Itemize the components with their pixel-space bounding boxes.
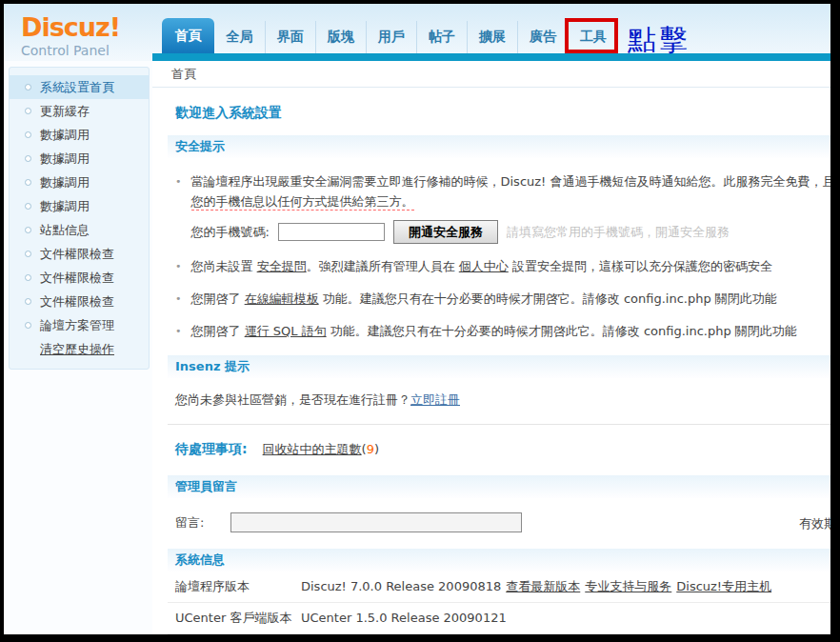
tab-interface[interactable]: 界面 — [265, 21, 315, 53]
radio-dot-icon — [25, 108, 31, 114]
personal-center-link[interactable]: 個人中心 — [459, 259, 509, 273]
logo-subtitle: Control Panel — [21, 43, 152, 58]
tab-forums[interactable]: 版塊 — [315, 21, 366, 53]
sidebar-item-data-call-3[interactable]: 數據調用 — [10, 171, 149, 194]
run-sql-link[interactable]: 運行 SQL 語句 — [245, 324, 327, 338]
recycle-count-value: 9 — [367, 442, 374, 456]
row-label: 論壇程序版本 — [175, 579, 301, 594]
discuz-admin-app: Discuz! Control Panel 首頁 全局 界面 版塊 用戶 帖子 … — [4, 4, 830, 634]
sidebar-item-label: 文件權限檢查 — [40, 270, 114, 287]
text-segment: 功能。建議您只有在十分必要的時候才開啓此它。請修改 config.inc.php… — [327, 324, 797, 338]
sidebar-item-update-cache[interactable]: 更新緩存 — [10, 99, 149, 123]
content-column: 首頁 歡迎進入系統設置 安全提示 • 當論壇程序出現嚴重安全漏洞需要立即進行修補… — [152, 61, 830, 634]
open-security-service-button[interactable]: 開通安全服務 — [393, 220, 498, 244]
tab-ads[interactable]: 廣告 — [517, 21, 568, 53]
breadcrumb: 首頁 — [152, 61, 830, 88]
tab-posts[interactable]: 帖子 — [416, 21, 467, 53]
validity-label: 有效期 — [799, 515, 830, 532]
sidebar-item-label: 數據調用 — [40, 127, 90, 144]
row-value: UCenter 1.5.0 Release 20090121 — [301, 611, 507, 626]
text-segment: 。強烈建議所有管理人員在 — [307, 259, 459, 273]
bullet-text: 您尚未設置 安全提問。強烈建議所有管理人員在 個人中心 設置安全提問，這樣可以充… — [191, 256, 772, 276]
sidebar-item-file-perm-2[interactable]: 文件權限檢查 — [10, 266, 149, 290]
security-question-link[interactable]: 安全提問 — [257, 259, 307, 273]
row-value: Discuz! 7.0.0 Release 20090818查看最新版本专业支持… — [301, 579, 771, 594]
text-segment: 您尚未參與社區營銷，是否現在進行註冊？ — [175, 392, 410, 407]
sidebar-item-label: 文件權限檢查 — [40, 293, 114, 311]
table-row: UCenter 客戶端版本 UCenter 1.5.0 Release 2009… — [168, 602, 830, 633]
tabs: 首頁 全局 界面 版塊 用戶 帖子 擴展 廣告 工具 — [152, 4, 830, 53]
radio-dot-icon — [25, 179, 31, 186]
online-template-link[interactable]: 在線編輯模板 — [245, 291, 319, 306]
text-segment: 您開啓了 — [191, 324, 245, 338]
table-row: 操作系統及 PHP Linux / PHP v5.2.6 Safe Mode — [168, 633, 830, 634]
recycle-bin-topics-link[interactable]: 回收站中的主題數 — [263, 442, 362, 456]
sidebar-item-data-call-4[interactable]: 數據調用 — [10, 194, 149, 218]
section-security-header: 安全提示 — [168, 135, 830, 158]
message-label: 留言: — [175, 514, 204, 532]
message-input[interactable] — [230, 512, 522, 532]
radio-dot-icon — [25, 155, 31, 162]
sms-notice-line1: 當論壇程序出現嚴重安全漏洞需要立即進行修補的時候，Discuz! 會通過手機短信… — [191, 171, 831, 191]
tab-bar: 首頁 全局 界面 版塊 用戶 帖子 擴展 廣告 工具 點擊 — [152, 4, 830, 61]
phone-label: 您的手機號碼: — [191, 222, 270, 242]
security-bullet-question: • 您尚未設置 安全提問。強烈建議所有管理人員在 個人中心 設置安全提問，這樣可… — [175, 256, 830, 276]
version-text: Discuz! 7.0.0 Release 20090818 — [301, 579, 501, 593]
sidebar-item-file-perm-3[interactable]: 文件權限檢查 — [10, 290, 149, 313]
phone-input[interactable] — [278, 223, 385, 241]
sidebar-item-clear-history[interactable]: 清空歷史操作 — [10, 337, 149, 361]
table-row: 論壇程序版本 Discuz! 7.0.0 Release 20090818查看最… — [168, 572, 830, 602]
window-frame: Discuz! Control Panel 首頁 全局 界面 版塊 用戶 帖子 … — [0, 0, 840, 642]
section-system-info-header: 系統信息 — [168, 549, 830, 572]
sidebar: 系統設置首頁 更新緩存 數據調用 數據調用 數據調用 數據調用 站點信息 文件權… — [4, 61, 152, 634]
main: 系統設置首頁 更新緩存 數據調用 數據調用 數據調用 數據調用 站點信息 文件權… — [4, 61, 830, 634]
dedicated-host-link[interactable]: Discuz!专用主机 — [676, 579, 771, 593]
bullet-icon: • — [175, 171, 182, 244]
sidebar-item-file-perm-1[interactable]: 文件權限檢查 — [10, 242, 149, 266]
tab-users[interactable]: 用戶 — [366, 21, 416, 53]
sidebar-item-system-home[interactable]: 系統設置首頁 — [10, 75, 149, 99]
pro-support-link[interactable]: 专业支持与服务 — [585, 579, 671, 593]
tab-extensions[interactable]: 擴展 — [467, 21, 517, 53]
radio-dot-icon — [25, 203, 31, 210]
header: Discuz! Control Panel 首頁 全局 界面 版塊 用戶 帖子 … — [4, 4, 830, 61]
sidebar-item-label: 更新緩存 — [40, 103, 90, 120]
register-now-link[interactable]: 立即註冊 — [410, 392, 460, 407]
tab-tools[interactable]: 工具 — [568, 21, 618, 53]
text-segment: 您尚未設置 — [191, 259, 257, 273]
logo-title: Discuz! — [21, 13, 152, 42]
check-latest-version-link[interactable]: 查看最新版本 — [506, 579, 580, 593]
bullet-text: 您開啓了 運行 SQL 語句 功能。建議您只有在十分必要的時候才開啓此它。請修改… — [191, 321, 797, 341]
security-bullet-sql: • 您開啓了 運行 SQL 語句 功能。建議您只有在十分必要的時候才開啓此它。請… — [175, 321, 830, 341]
sidebar-item-site-info[interactable]: 站點信息 — [10, 218, 149, 242]
system-info-table: 論壇程序版本 Discuz! 7.0.0 Release 20090818查看最… — [168, 572, 830, 634]
sidebar-item-forum-scheme[interactable]: 論壇方案管理 — [10, 313, 149, 337]
paren: ) — [374, 442, 379, 456]
sidebar-item-data-call-2[interactable]: 數據調用 — [10, 147, 149, 171]
text-segment: 設置安全提問，這樣可以充分保護您的密碼安全 — [509, 259, 772, 273]
radio-dot-icon — [25, 227, 31, 233]
sms-notice-line2: 您的手機信息以任何方式提供給第三方。 — [191, 191, 831, 211]
text-segment: 功能。建議您只有在十分必要的時候才開啓它。請修改 config.inc.php … — [319, 291, 777, 306]
section-insenz-header: Insenz 提示 — [168, 355, 830, 378]
sidebar-item-label: 清空歷史操作 — [40, 341, 114, 358]
phone-row: 您的手機號碼: 開通安全服務 請填寫您常用的手機號碼，開通安全服務 — [191, 220, 831, 244]
bullet-icon: • — [175, 289, 182, 309]
logo: Discuz! Control Panel — [4, 4, 152, 61]
divider — [168, 424, 830, 425]
tab-global[interactable]: 全局 — [214, 21, 265, 53]
radio-dot-icon — [25, 131, 31, 138]
security-bullet-template-edit: • 您開啓了 在線編輯模板 功能。建議您只有在十分必要的時候才開啓它。請修改 c… — [175, 289, 830, 309]
red-dashed-text: 您的手機信息以任何方式提供給第三方。 — [191, 194, 414, 211]
pending-items-label: 待處理事項: — [175, 441, 248, 458]
sidebar-item-data-call-1[interactable]: 數據調用 — [10, 123, 149, 147]
row-label: UCenter 客戶端版本 — [175, 611, 301, 626]
phone-hint: 請填寫您常用的手機號碼，開通安全服務 — [507, 222, 730, 242]
text-segment: 您開啓了 — [191, 291, 245, 306]
tab-home[interactable]: 首頁 — [162, 18, 214, 53]
bullet-icon: • — [175, 321, 182, 341]
radio-dot-icon — [25, 274, 31, 281]
radio-dot-icon — [25, 298, 31, 305]
section-admin-message-header: 管理員留言 — [168, 475, 830, 498]
radio-dot-icon — [25, 84, 31, 90]
